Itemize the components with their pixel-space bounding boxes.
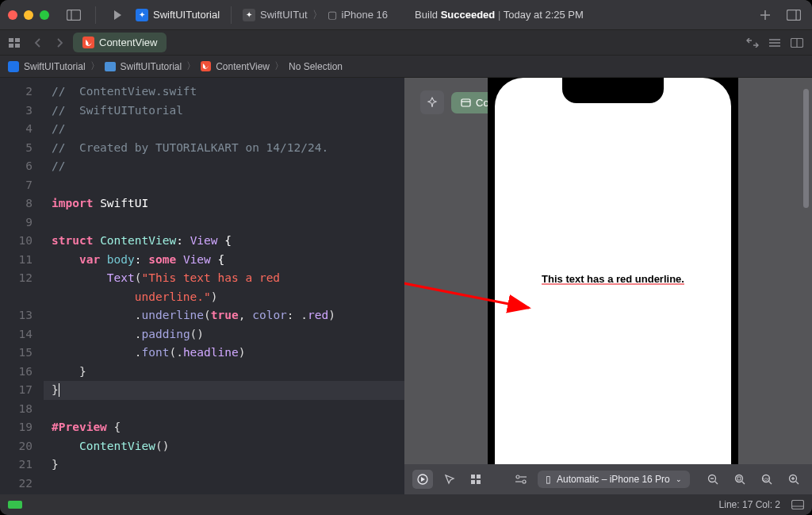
bc-selection: No Selection (289, 61, 343, 72)
scheme-target-label: SwiftUITut (260, 9, 307, 21)
editor-tabbar: ContentView (0, 30, 812, 56)
cursor-position: Line: 17 Col: 2 (719, 499, 780, 510)
scheme-selector[interactable]: ✦ SwiftUITutorial (136, 9, 220, 21)
svg-rect-20 (477, 475, 481, 478)
chevron-right-icon: 〉 (186, 60, 196, 73)
selectable-preview-button[interactable] (439, 470, 460, 489)
scheme-project-name: SwiftUITutorial (153, 9, 220, 21)
scheme-target[interactable]: ✦ SwiftUITut 〉 ▢ iPhone 16 (243, 8, 388, 22)
svg-rect-4 (787, 10, 801, 20)
svg-text:100: 100 (762, 477, 771, 482)
build-time: Today at 2:25 PM (504, 9, 584, 21)
device-picker-label: Automatic – iPhone 16 Pro (557, 474, 670, 485)
zoom-out-button[interactable] (703, 470, 723, 489)
canvas-scrollbar[interactable] (803, 89, 809, 208)
code-content[interactable]: // ContentView.swift// SwiftUITutorial//… (44, 78, 335, 494)
svg-rect-7 (15, 38, 20, 42)
canvas-toolbar: ▯ Automatic – iPhone 16 Pro ⌄ 100 (404, 464, 812, 494)
scheme-device-label: iPhone 16 (342, 9, 389, 21)
divider (95, 6, 96, 24)
gutter: 23456789101112 13141516171819202122 (0, 78, 44, 494)
svg-line-39 (796, 482, 799, 485)
zoom-in-button[interactable] (783, 470, 804, 489)
svg-point-25 (523, 480, 526, 483)
xcode-window: ✦ SwiftUITutorial ✦ SwiftUITut 〉 ▢ iPhon… (0, 0, 812, 515)
device-picker[interactable]: ▯ Automatic – iPhone 16 Pro ⌄ (538, 471, 690, 488)
chevron-down-icon: ⌄ (676, 475, 682, 483)
app-icon: ✦ (136, 9, 148, 21)
svg-rect-15 (462, 99, 470, 106)
svg-rect-0 (67, 10, 81, 20)
status-indicator[interactable] (8, 501, 22, 509)
zoom-fit-button[interactable] (730, 470, 750, 489)
editor-tab[interactable]: ContentView (73, 33, 167, 52)
statusbar: Line: 17 Col: 2 (0, 494, 812, 515)
svg-line-35 (769, 482, 772, 485)
svg-rect-8 (9, 44, 13, 48)
swift-icon (201, 61, 211, 71)
adjust-editor-button[interactable] (766, 34, 783, 52)
build-label: Build (415, 9, 438, 21)
device-settings-button[interactable] (511, 470, 531, 489)
bc-file: ContentView (216, 61, 270, 72)
device-icon: ▢ (327, 9, 337, 21)
nav-back-button[interactable] (29, 34, 46, 52)
svg-rect-31 (737, 477, 741, 480)
app-icon: ✦ (243, 9, 255, 21)
svg-point-23 (516, 475, 519, 478)
run-button[interactable] (107, 6, 128, 25)
preview-rendered-text: This text has a red underline. (542, 273, 684, 285)
project-icon (8, 61, 19, 72)
struct-icon (461, 98, 471, 108)
add-editor-button[interactable] (788, 34, 806, 52)
related-items-button[interactable] (6, 34, 24, 52)
svg-line-32 (742, 482, 745, 485)
pin-preview-button[interactable] (420, 90, 444, 114)
zoom-actual-button[interactable]: 100 (756, 470, 777, 489)
chevron-right-icon: 〉 (90, 60, 100, 73)
toggle-navigator-button[interactable] (63, 6, 84, 25)
svg-rect-22 (477, 480, 481, 484)
editor-split: 23456789101112 13141516171819202122 // C… (0, 78, 812, 494)
code-editor[interactable]: 23456789101112 13141516171819202122 // C… (0, 78, 404, 494)
live-preview-button[interactable] (412, 470, 433, 489)
canvas-area[interactable]: ContentView This text has a red underlin… (404, 78, 812, 464)
minimize-window-button[interactable] (24, 10, 33, 20)
svg-rect-6 (9, 38, 13, 42)
canvas-preview: ContentView This text has a red underlin… (404, 78, 812, 494)
phone-screen: This text has a red underline. (495, 78, 731, 464)
chevron-right-icon: 〉 (312, 8, 323, 22)
editor-tab-label: ContentView (99, 37, 157, 48)
svg-point-30 (736, 475, 743, 482)
outline-toggle-icon[interactable] (791, 500, 804, 509)
build-result: Succeeded (441, 9, 496, 21)
swift-icon (82, 37, 94, 48)
divider (231, 6, 232, 24)
bc-project: SwiftUITutorial (24, 61, 86, 72)
library-button[interactable] (755, 6, 776, 25)
phone-icon: ▯ (546, 474, 551, 485)
notch (562, 78, 664, 103)
svg-line-29 (715, 482, 718, 485)
svg-rect-19 (471, 475, 475, 478)
traffic-lights (8, 10, 49, 20)
fullscreen-window-button[interactable] (40, 10, 49, 20)
sync-scroll-button[interactable] (744, 34, 761, 52)
jump-bar[interactable]: SwiftUITutorial 〉 SwiftUITutorial 〉 Cont… (0, 56, 812, 78)
svg-rect-9 (15, 44, 20, 48)
close-window-button[interactable] (8, 10, 17, 20)
nav-forward-button[interactable] (51, 34, 68, 52)
variants-button[interactable] (466, 470, 487, 489)
phone-frame: This text has a red underline. (488, 78, 738, 464)
svg-rect-40 (792, 501, 804, 509)
chevron-right-icon: 〉 (274, 60, 284, 73)
build-status: Build Succeeded | Today at 2:25 PM (415, 9, 584, 21)
toggle-inspector-button[interactable] (783, 6, 804, 25)
svg-rect-21 (471, 480, 475, 484)
folder-icon (105, 62, 116, 71)
bc-folder: SwiftUITutorial (121, 61, 182, 72)
titlebar: ✦ SwiftUITutorial ✦ SwiftUITut 〉 ▢ iPhon… (0, 0, 812, 30)
